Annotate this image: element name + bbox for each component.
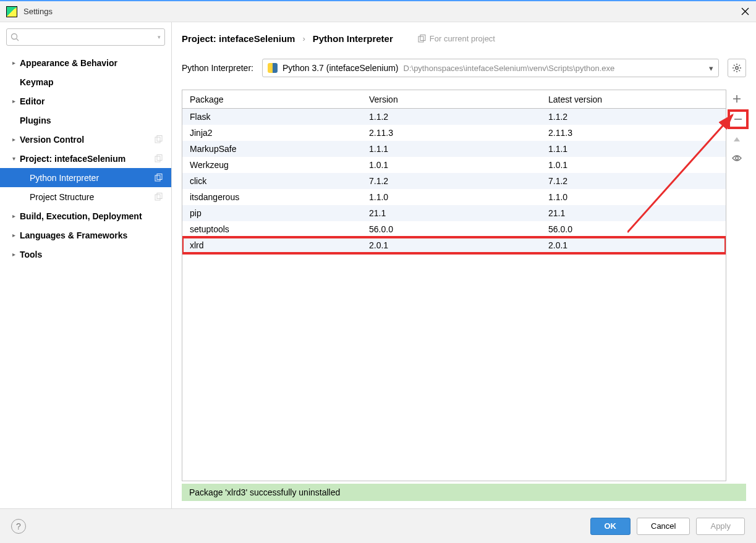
sidebar-item-label: Plugins xyxy=(20,116,51,125)
dropdown-icon: ▾ xyxy=(158,34,161,40)
sidebar-item-label: Keymap xyxy=(20,77,53,87)
sidebar-item[interactable]: ▸Version Control xyxy=(0,130,171,149)
cell-version: 56.0.0 xyxy=(362,224,541,234)
col-header-package[interactable]: Package xyxy=(182,95,362,104)
cell-version: 21.1 xyxy=(362,208,541,218)
table-row[interactable]: Jinja22.11.32.11.3 xyxy=(182,125,726,141)
copy-icon xyxy=(418,35,426,43)
sidebar-item[interactable]: ▸Editor xyxy=(0,91,171,111)
copy-icon xyxy=(155,154,163,162)
cell-package: Werkzeug xyxy=(182,160,362,170)
sidebar-item[interactable]: ▸Appearance & Behavior xyxy=(0,53,171,72)
copy-icon xyxy=(155,135,163,143)
svg-rect-6 xyxy=(157,174,162,180)
sidebar-item-label: Languages & Frameworks xyxy=(20,230,127,240)
cell-version: 1.1.0 xyxy=(362,192,541,202)
svg-point-13 xyxy=(736,157,739,160)
eye-icon xyxy=(732,154,742,162)
scope-hint: For current project xyxy=(418,34,495,43)
cell-latest: 2.0.1 xyxy=(541,240,726,250)
window-title: Settings xyxy=(23,7,740,16)
sidebar-item[interactable]: Keymap xyxy=(0,72,171,91)
status-bar: Package 'xlrd3' successfully uninstalled xyxy=(182,484,746,501)
table-row[interactable]: Flask1.1.21.1.2 xyxy=(182,109,726,125)
sidebar-item-label: Tools xyxy=(20,250,42,259)
search-input[interactable]: ▾ xyxy=(6,28,165,46)
sidebar-subitem[interactable]: Project Structure xyxy=(0,187,171,206)
remove-package-button[interactable] xyxy=(728,109,749,129)
show-early-releases-button[interactable] xyxy=(729,150,745,166)
svg-rect-3 xyxy=(155,156,160,162)
upgrade-package-button[interactable] xyxy=(729,132,745,148)
svg-rect-2 xyxy=(157,136,162,141)
sidebar-item[interactable]: ▸Tools xyxy=(0,245,171,264)
sidebar-item[interactable]: ▾Project: intefaceSelenium xyxy=(0,149,171,168)
cell-version: 1.1.2 xyxy=(362,112,541,122)
sidebar-subitem[interactable]: Python Interpreter xyxy=(0,168,171,187)
svg-rect-7 xyxy=(155,195,160,200)
cell-version: 1.1.1 xyxy=(362,144,541,154)
ok-button[interactable]: OK xyxy=(590,518,631,535)
table-row[interactable]: Werkzeug1.0.11.0.1 xyxy=(182,157,726,173)
cell-latest: 2.11.3 xyxy=(541,128,726,138)
cancel-button[interactable]: Cancel xyxy=(637,518,690,535)
cell-package: Flask xyxy=(182,112,362,122)
sidebar-item-label: Editor xyxy=(20,96,45,106)
plus-icon xyxy=(733,95,741,103)
search-field[interactable] xyxy=(22,33,158,42)
chevron-right-icon: ▸ xyxy=(10,213,17,219)
table-header: Package Version Latest version xyxy=(182,90,726,109)
table-row[interactable]: MarkupSafe1.1.11.1.1 xyxy=(182,141,726,157)
cell-package: xlrd xyxy=(182,240,362,250)
cell-package: setuptools xyxy=(182,224,362,234)
sidebar-item[interactable]: Plugins xyxy=(0,111,171,130)
table-row[interactable]: itsdangerous1.1.01.1.0 xyxy=(182,189,726,205)
cell-latest: 1.1.1 xyxy=(541,144,726,154)
chevron-down-icon: ▾ xyxy=(709,64,713,73)
close-button[interactable] xyxy=(740,7,750,17)
apply-button[interactable]: Apply xyxy=(696,518,745,535)
cell-package: Jinja2 xyxy=(182,128,362,138)
chevron-down-icon: ▾ xyxy=(10,155,17,162)
interpreter-path: D:\pythonspaces\intefaceSelenium\venv\Sc… xyxy=(404,64,709,73)
titlebar: Settings xyxy=(0,1,756,22)
cell-version: 7.1.2 xyxy=(362,176,541,186)
cell-latest: 7.1.2 xyxy=(541,176,726,186)
interpreter-select[interactable]: Python 3.7 (intefaceSelenium) D:\pythons… xyxy=(262,59,719,77)
cell-latest: 1.1.2 xyxy=(541,112,726,122)
chevron-right-icon: ▸ xyxy=(10,98,17,104)
scope-hint-text: For current project xyxy=(430,34,495,43)
table-row[interactable]: pip21.121.1 xyxy=(182,205,726,221)
breadcrumb-item[interactable]: Project: intefaceSelenium xyxy=(182,33,295,44)
python-icon xyxy=(268,63,278,73)
svg-point-11 xyxy=(736,67,738,69)
table-row[interactable]: click7.1.27.1.2 xyxy=(182,173,726,189)
sidebar: ▾ ▸Appearance & BehaviorKeymap▸EditorPlu… xyxy=(0,22,172,508)
chevron-right-icon: › xyxy=(302,34,305,43)
cell-version: 2.11.3 xyxy=(362,128,541,138)
col-header-latest[interactable]: Latest version xyxy=(541,95,726,104)
svg-rect-5 xyxy=(155,175,160,181)
cell-latest: 1.0.1 xyxy=(541,160,726,170)
cell-package: itsdangerous xyxy=(182,192,362,202)
table-row[interactable]: setuptools56.0.056.0.0 xyxy=(182,221,726,237)
svg-rect-10 xyxy=(420,35,425,41)
help-button[interactable]: ? xyxy=(11,519,26,534)
sidebar-item[interactable]: ▸Build, Execution, Deployment xyxy=(0,206,171,225)
svg-rect-1 xyxy=(155,137,160,143)
col-header-version[interactable]: Version xyxy=(362,95,541,104)
sidebar-item[interactable]: ▸Languages & Frameworks xyxy=(0,225,171,245)
table-body: Flask1.1.21.1.2Jinja22.11.32.11.3MarkupS… xyxy=(182,109,726,481)
status-message: Package 'xlrd3' successfully uninstalled xyxy=(189,487,340,497)
add-package-button[interactable] xyxy=(729,91,745,107)
interpreter-settings-button[interactable] xyxy=(728,59,746,77)
cell-package: pip xyxy=(182,208,362,218)
breadcrumb-item: Python Interpreter xyxy=(313,33,393,44)
footer: ? OK Cancel Apply xyxy=(0,508,756,543)
table-row[interactable]: xlrd2.0.12.0.1 xyxy=(182,237,726,253)
svg-point-0 xyxy=(12,34,17,40)
sidebar-item-label: Version Control xyxy=(20,135,84,145)
minus-icon xyxy=(734,115,742,124)
cell-version: 2.0.1 xyxy=(362,240,541,250)
package-table: Package Version Latest version Flask1.1.… xyxy=(182,90,726,481)
